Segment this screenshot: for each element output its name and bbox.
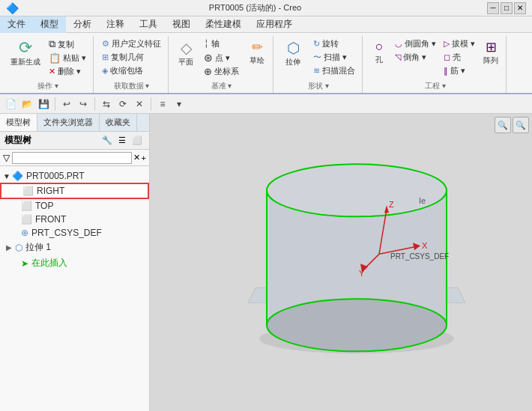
sketch-button[interactable]: ✏ 草绘 (246, 37, 268, 67)
filter-icon: ▽ (3, 153, 10, 163)
tree-label-extrude: 拉伸 1 (25, 241, 51, 254)
zoom-out-button[interactable]: 🔍 (513, 117, 529, 133)
extrude-expand[interactable]: ▶ (6, 243, 15, 252)
plane-icon-top: ⬜ (21, 201, 32, 211)
menu-view[interactable]: 视图 (165, 16, 198, 33)
maximize-button[interactable]: □ (501, 2, 513, 14)
ribbon-group-get-data: ⚙ 用户定义特征 ⊞ 复制几何 ◈ 收缩包络 获取数据 ▾ (95, 36, 169, 93)
minimize-button[interactable]: ─ (487, 2, 499, 14)
tab-folder-browser[interactable]: 文件夹浏览器 (37, 114, 100, 131)
delete-button[interactable]: ✕ 删除 ▾ (46, 65, 88, 78)
round-button[interactable]: ◡ 倒圆角 ▾ (393, 37, 438, 50)
add-filter-icon[interactable]: + (142, 153, 146, 162)
extrude-icon: ⬡ (15, 243, 22, 253)
plane-button[interactable]: ◇ 平面 (175, 37, 197, 69)
redo-button[interactable]: ↪ (76, 97, 91, 112)
preview-button[interactable]: ⬜ (130, 134, 145, 147)
tree-item-insert[interactable]: ➤ 在此插入 (0, 255, 149, 271)
columns-button[interactable]: ☰ (115, 134, 130, 147)
regen-button[interactable]: ⟳ (115, 97, 130, 112)
close-window-button[interactable]: ✕ (132, 97, 147, 112)
more-button[interactable]: ▾ (172, 97, 187, 112)
panel-tabs: 模型树 文件夹浏览器 收藏夹 (0, 114, 149, 132)
menu-file[interactable]: 文件 (0, 16, 33, 33)
svg-text:PRT_CSYS_DEF: PRT_CSYS_DEF (390, 252, 449, 261)
group-label-engineering: 工程 ▾ (369, 79, 501, 91)
expand-icon[interactable]: ▼ (3, 172, 12, 180)
open-file-button[interactable]: 📂 (19, 97, 34, 112)
ribbon-group-datum: ◇ 平面 ╎ 轴 ⊛ 点 ▾ ⊕ 坐标系 ✏ 草绘 (170, 36, 273, 93)
insert-icon: ➤ (21, 258, 28, 269)
viewport-toolbar: 🔍 🔍 (495, 117, 529, 133)
3d-scene: Z X Y PRT_CSYS_DEF Ie 🔍 🔍 (150, 114, 532, 411)
tree-item-extrude[interactable]: ▶ ⬡ 拉伸 1 (0, 240, 149, 255)
plane-icon-front: ⬜ (21, 214, 32, 225)
layers-button[interactable]: ≡ (155, 97, 170, 112)
shrink-wrap-button[interactable]: ◈ 收缩包络 (100, 64, 163, 77)
menu-flexible[interactable]: 柔性建模 (198, 16, 249, 33)
menu-annotation[interactable]: 注释 (99, 16, 132, 33)
tree-item-front[interactable]: ⬜ FRONT (0, 213, 149, 226)
ribbon-group-operations: ⟳ 重新生成 ⧉ 复制 📋 粘贴 ▾ ✕ 删除 ▾ 操作 ▾ (3, 36, 94, 93)
regenerate-button[interactable]: ⟳ 重新生成 (7, 37, 43, 69)
menu-bar: 文件 模型 分析 注释 工具 视图 柔性建模 应用程序 (0, 16, 532, 33)
tree-label-root: PRT0005.PRT (26, 171, 85, 181)
tree-content: ▼ 🔷 PRT0005.PRT ⬜ RIGHT ⬜ TOP ⬜ FRONT (0, 166, 149, 411)
axis-button[interactable]: ╎ 轴 (202, 37, 241, 50)
svg-text:Z: Z (389, 200, 394, 209)
tab-model-tree[interactable]: 模型树 (0, 114, 37, 131)
shell-button[interactable]: ◻ 壳 (441, 51, 477, 64)
user-feature-button[interactable]: ⚙ 用户定义特征 (100, 37, 163, 50)
tree-label-front: FRONT (35, 214, 66, 225)
blend-button[interactable]: ≋ 扫描混合 (311, 64, 357, 77)
left-panel: 模型树 文件夹浏览器 收藏夹 模型树 🔧 ☰ ⬜ ▽ ✕ + (0, 114, 150, 411)
search-bar: ▽ ✕ + (0, 150, 149, 166)
svg-text:Y: Y (359, 269, 365, 278)
new-file-button[interactable]: 📄 (3, 97, 18, 112)
app-icon: 🔷 (6, 2, 19, 14)
tree-item-right[interactable]: ⬜ RIGHT (0, 183, 149, 199)
zoom-in-button[interactable]: 🔍 (495, 117, 511, 133)
ribbon: ⟳ 重新生成 ⧉ 复制 📋 粘贴 ▾ ✕ 删除 ▾ 操作 ▾ (0, 33, 532, 94)
menu-analysis[interactable]: 分析 (66, 16, 99, 33)
tab-favorites[interactable]: 收藏夹 (100, 114, 137, 131)
array-button[interactable]: ⊞ 阵列 (480, 37, 501, 67)
coord-button[interactable]: ⊕ 坐标系 (202, 65, 241, 78)
extrude-button[interactable]: ⬡ 拉伸 (279, 37, 306, 69)
point-button[interactable]: ⊛ 点 ▾ (202, 51, 241, 64)
main-area: 模型树 文件夹浏览器 收藏夹 模型树 🔧 ☰ ⬜ ▽ ✕ + (0, 114, 532, 411)
tree-item-csys[interactable]: ⊕ PRT_CSYS_DEF (0, 226, 149, 240)
tree-label-insert: 在此插入 (31, 257, 67, 270)
draft-button[interactable]: ▷ 拔模 ▾ (441, 37, 477, 50)
save-button[interactable]: 💾 (36, 97, 51, 112)
model-tree-label: 模型树 (4, 134, 31, 147)
close-button[interactable]: ✕ (514, 2, 526, 14)
toolbar: 📄 📂 💾 ↩ ↪ ⇆ ⟳ ✕ ≡ ▾ (0, 94, 532, 114)
tree-label-right: RIGHT (37, 186, 64, 196)
hole-button[interactable]: ○ 孔 (369, 37, 390, 67)
plane-icon-right: ⬜ (22, 186, 34, 196)
copy-button[interactable]: ⧉ 复制 (46, 37, 88, 51)
rib-button[interactable]: ‖ 筋 ▾ (441, 64, 477, 77)
chamfer-button[interactable]: ◹ 倒角 ▾ (393, 51, 438, 64)
revolve-button[interactable]: ↻ 旋转 (311, 37, 357, 50)
menu-apps[interactable]: 应用程序 (249, 16, 300, 33)
title-bar: 🔷 PRT0005 (活动的) - Creo ─ □ ✕ (0, 0, 532, 16)
search-input[interactable] (12, 152, 132, 164)
svg-text:Ie: Ie (419, 196, 426, 205)
copy-geom-button[interactable]: ⊞ 复制几何 (100, 51, 163, 64)
group-label-get-data: 获取数据 ▾ (100, 79, 163, 91)
undo-button[interactable]: ↩ (59, 97, 74, 112)
settings-button[interactable]: 🔧 (100, 134, 115, 147)
menu-model[interactable]: 模型 (33, 16, 66, 33)
tree-item-root[interactable]: ▼ 🔷 PRT0005.PRT (0, 169, 149, 183)
viewport[interactable]: Z X Y PRT_CSYS_DEF Ie 🔍 🔍 (150, 114, 532, 411)
clear-search-icon[interactable]: ✕ (133, 153, 140, 162)
switch-button[interactable]: ⇆ (99, 97, 114, 112)
paste-button[interactable]: 📋 粘贴 ▾ (46, 52, 88, 64)
tree-item-top[interactable]: ⬜ TOP (0, 199, 149, 213)
sweep-button[interactable]: 〜 扫描 ▾ (311, 51, 357, 64)
menu-tools[interactable]: 工具 (132, 16, 165, 33)
svg-text:X: X (422, 241, 428, 250)
ribbon-content: ⟳ 重新生成 ⧉ 复制 📋 粘贴 ▾ ✕ 删除 ▾ 操作 ▾ (0, 33, 532, 93)
